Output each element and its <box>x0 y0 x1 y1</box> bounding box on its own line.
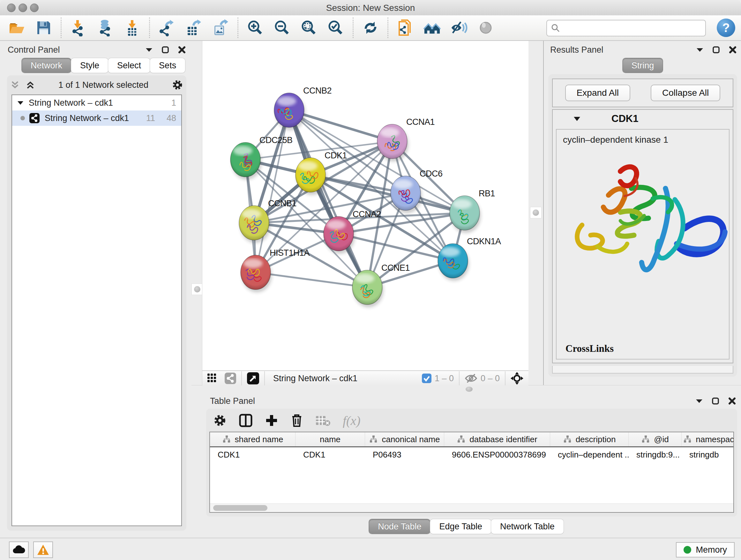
select-columns-icon[interactable] <box>239 414 253 428</box>
table-cell[interactable]: cyclin–dependent ... <box>550 450 629 460</box>
delete-column-icon[interactable] <box>290 414 303 428</box>
tab-node-table[interactable]: Node Table <box>369 519 430 534</box>
refresh-icon[interactable] <box>362 19 379 37</box>
hide-glyphs-icon[interactable] <box>450 19 468 37</box>
grid-view-icon[interactable] <box>207 374 219 383</box>
node-CCNE1[interactable]: CCNE1 <box>352 263 410 307</box>
node-label-CCNB2: CCNB2 <box>303 86 332 96</box>
expand-all-button[interactable]: Expand All <box>565 84 630 101</box>
tab-sets[interactable]: Sets <box>150 58 185 73</box>
open-in-new-window-icon[interactable] <box>247 372 259 384</box>
open-session-icon[interactable] <box>8 19 25 37</box>
export-table-icon[interactable] <box>185 19 202 37</box>
node-entry-header[interactable]: CDK1 <box>553 110 733 128</box>
table-cell[interactable]: CDK1 <box>295 450 365 460</box>
zoom-out-icon[interactable] <box>273 19 291 37</box>
save-session-icon[interactable] <box>35 19 52 37</box>
table-header-row: shared namenamecanonical namedatabase id… <box>210 432 733 447</box>
search-field[interactable] <box>546 20 706 37</box>
zoom-selected-icon[interactable] <box>327 19 344 37</box>
import-network-file-icon[interactable] <box>70 19 87 37</box>
table-cell[interactable]: CDK1 <box>210 450 295 460</box>
tab-network-table[interactable]: Network Table <box>491 519 563 534</box>
tab-edge-table[interactable]: Edge Table <box>430 519 491 534</box>
table-cell[interactable]: P06493 <box>365 450 444 460</box>
collapse-all-button[interactable]: Collapse All <box>651 84 720 101</box>
results-panel: Results Panel String Expand All Collapse… <box>543 41 741 385</box>
left-splitter-handle[interactable] <box>192 284 203 295</box>
node-RB1[interactable]: RB1 <box>450 189 495 233</box>
export-network-icon[interactable] <box>158 19 176 37</box>
table-row[interactable]: CDK1CDK1P064939606.ENSP00000378699cyclin… <box>210 447 733 462</box>
column-header--id[interactable]: @id <box>629 432 682 446</box>
birdseye-navigator-icon[interactable] <box>511 372 523 385</box>
tree-expand-icon[interactable] <box>17 101 23 105</box>
close-panel-icon[interactable] <box>178 46 186 54</box>
node-CDKN1A[interactable]: CDKN1A <box>438 237 501 281</box>
right-splitter-handle[interactable] <box>530 207 542 219</box>
help-icon[interactable]: ? <box>717 18 735 37</box>
column-header-canonical-name[interactable]: canonical name <box>365 432 444 446</box>
node-label-CDC6: CDC6 <box>420 169 443 179</box>
zoom-in-icon[interactable] <box>247 19 264 37</box>
node-HIST1H1A[interactable]: HIST1H1A <box>241 248 310 293</box>
maximize-panel-icon[interactable] <box>712 46 720 54</box>
column-header-database-identifier[interactable]: database identifier <box>444 432 550 446</box>
float-panel-icon[interactable] <box>145 48 152 52</box>
crosslinks-title: CrossLinks <box>565 343 723 354</box>
scrollbar-thumb[interactable] <box>213 505 267 511</box>
tab-network[interactable]: Network <box>22 58 71 73</box>
import-table-icon[interactable] <box>124 19 141 37</box>
table-cell[interactable]: stringdb:9... <box>629 450 682 460</box>
toolbar-separator <box>238 17 239 38</box>
tab-select[interactable]: Select <box>108 58 150 73</box>
right-splitter[interactable] <box>528 41 543 385</box>
left-splitter[interactable] <box>192 41 202 385</box>
home-icon[interactable] <box>423 19 441 37</box>
table-gear-icon[interactable] <box>213 414 226 427</box>
network-row[interactable]: String Network – cdk1 11 48 <box>12 111 181 126</box>
import-network-database-icon[interactable] <box>97 19 114 37</box>
hidden-eye-icon[interactable] <box>465 373 477 383</box>
table-horizontal-scrollbar[interactable] <box>210 503 733 512</box>
string-document-icon[interactable] <box>397 19 414 37</box>
toolbar-separator <box>61 17 62 38</box>
column-header-namespace[interactable]: namespace <box>682 432 734 446</box>
tab-style[interactable]: Style <box>71 58 108 73</box>
float-panel-icon[interactable] <box>696 399 703 403</box>
search-input[interactable] <box>546 20 706 37</box>
warning-status-button[interactable] <box>33 542 53 558</box>
collapse-all-icon[interactable] <box>10 80 20 89</box>
network-collection-row[interactable]: String Network – cdk1 1 <box>12 95 181 111</box>
memory-label: Memory <box>696 545 727 555</box>
horizontal-splitter-handle[interactable] <box>463 386 475 392</box>
close-panel-icon[interactable] <box>729 46 737 54</box>
node-label-CCNE1: CCNE1 <box>381 263 410 273</box>
collapse-entry-icon[interactable] <box>573 116 581 121</box>
memory-status-dot <box>684 546 691 554</box>
float-panel-icon[interactable] <box>696 48 703 52</box>
network-graph[interactable]: CCNB2CCNA1CDC25BCDK1CDC6RB1CCNB1CCNA2CDK… <box>202 41 529 370</box>
cloud-status-button[interactable] <box>9 542 29 558</box>
network-canvas[interactable]: CCNB2CCNA1CDC25BCDK1CDC6RB1CCNB1CCNA2CDK… <box>202 41 529 370</box>
column-header-name[interactable]: name <box>295 432 365 446</box>
maximize-panel-icon[interactable] <box>161 46 169 54</box>
column-header-shared-name[interactable]: shared name <box>210 432 295 446</box>
close-panel-icon[interactable] <box>728 397 736 405</box>
column-header-description[interactable]: description <box>550 432 629 446</box>
export-image-icon[interactable] <box>212 19 229 37</box>
zoom-fit-icon[interactable] <box>300 19 318 37</box>
maximize-panel-icon[interactable] <box>712 397 719 405</box>
network-thumbnail-icon[interactable] <box>225 373 236 384</box>
memory-button[interactable]: Memory <box>676 542 735 557</box>
tab-string[interactable]: String <box>623 58 663 73</box>
selected-checkbox-icon[interactable] <box>422 374 431 383</box>
expand-all-icon[interactable] <box>25 80 35 89</box>
add-column-icon[interactable] <box>265 414 278 427</box>
gear-icon[interactable] <box>172 79 183 91</box>
table-cell[interactable]: 9606.ENSP00000378699 <box>444 450 550 460</box>
node-attribute-table[interactable]: shared namenamecanonical namedatabase id… <box>209 432 734 513</box>
table-cell[interactable]: stringdb <box>682 450 734 460</box>
horizontal-splitter[interactable] <box>192 385 741 394</box>
node-label-RB1: RB1 <box>479 189 495 198</box>
